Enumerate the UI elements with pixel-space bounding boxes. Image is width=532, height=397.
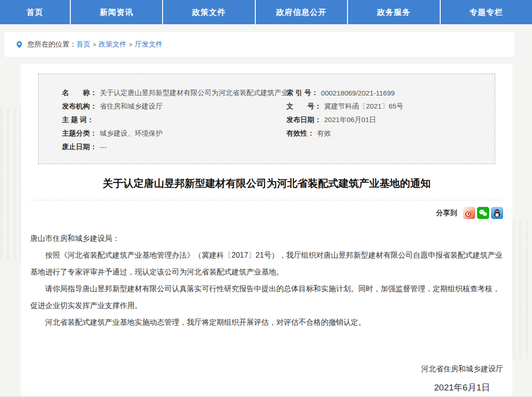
- breadcrumb-link-home[interactable]: 首页: [76, 40, 90, 49]
- meta-row-repeal-date: 废止日期： ---: [62, 140, 286, 154]
- nav-item-home[interactable]: 首页: [0, 0, 70, 24]
- title-divider: [30, 200, 503, 200]
- signature-block: 河北省住房和城乡建设厅 2021年6月1日: [421, 364, 503, 394]
- document-body: 唐山市住房和城乡建设局： 按照《河北省装配式建筑产业基地管理办法》（冀建科〔20…: [30, 230, 503, 331]
- paragraph-1: 按照《河北省装配式建筑产业基地管理办法》（冀建科〔2017〕21号），我厅组织对…: [30, 247, 503, 281]
- weibo-share-icon[interactable]: [463, 207, 475, 219]
- meta-label: 文 号：: [286, 102, 321, 111]
- meta-value: 2021年06月01日: [324, 116, 376, 124]
- breadcrumb-separator: >: [93, 41, 96, 48]
- nav-item-news[interactable]: 新闻资讯: [71, 0, 162, 24]
- paragraph-2: 请你局指导唐山昱邦新型建材有限公司认真落实可行性研究报告中提出的总体目标和实施计…: [30, 281, 503, 314]
- page-title: 关于认定唐山昱邦新型建材有限公司为河北省装配式建筑产业基地的通知: [30, 177, 503, 191]
- meta-row-name: 名 称： 关于认定唐山昱邦新型建材有限公司为河北省装配式建筑产业基...: [62, 86, 286, 100]
- meta-value: 城乡建设、环境保护: [100, 129, 163, 138]
- meta-value: 000218069/2021-11699: [321, 89, 395, 97]
- meta-row-publish-date: 发布日期： 2021年06月01日: [286, 113, 485, 127]
- breadcrumb: 您所在的位置： 首页 > 政策文件 > 厅发文件: [5, 32, 515, 57]
- nav-item-policy[interactable]: 政策文件: [163, 0, 254, 24]
- nav-item-services[interactable]: 政务服务: [348, 0, 439, 24]
- main-panel: 名 称： 关于认定唐山昱邦新型建材有限公司为河北省装配式建筑产业基... 发布机…: [21, 64, 512, 397]
- wechat-share-icon[interactable]: [477, 207, 489, 219]
- meta-row-subject-words: 主 题 词：: [62, 113, 286, 127]
- meta-value: 关于认定唐山昱邦新型建材有限公司为河北省装配式建筑产业基...: [100, 89, 286, 97]
- meta-label: 发布日期：: [286, 116, 321, 124]
- signature-date: 2021年6月1日: [421, 382, 503, 394]
- meta-label: 主题分类：: [62, 129, 97, 138]
- meta-row-doc-no: 文 号： 冀建节科函〔2021〕65号: [286, 100, 485, 113]
- meta-value: 有效: [317, 129, 331, 138]
- qq-share-icon[interactable]: [491, 207, 503, 219]
- signature-name: 河北省住房和城乡建设厅: [421, 364, 503, 374]
- document-metadata-box: 名 称： 关于认定唐山昱邦新型建材有限公司为河北省装配式建筑产业基... 发布机…: [38, 74, 495, 164]
- meta-label: 发布机构：: [62, 102, 97, 111]
- building-watermark-left: [0, 107, 21, 261]
- location-pin-icon: [15, 40, 23, 50]
- meta-value: 省住房和城乡建设厅: [100, 102, 163, 111]
- meta-row-category: 主题分类： 城乡建设、环境保护: [62, 127, 286, 140]
- meta-label: 废止日期：: [62, 143, 97, 151]
- meta-label: 有效性：: [286, 129, 314, 138]
- meta-label: 名 称：: [62, 89, 97, 97]
- breadcrumb-separator: >: [129, 41, 133, 48]
- breadcrumb-prefix: 您所在的位置：: [27, 40, 76, 49]
- meta-label: 主 题 词：: [62, 116, 94, 124]
- meta-row-validity: 有效性： 有效: [286, 127, 485, 140]
- breadcrumb-link-dept-docs[interactable]: 厅发文件: [135, 40, 163, 49]
- share-row: 分享到: [30, 207, 503, 219]
- meta-label: 索 引 号：: [286, 89, 318, 97]
- meta-value: 冀建节科函〔2021〕65号: [324, 102, 403, 111]
- nav-item-gov-info[interactable]: 政府信息公开: [256, 0, 347, 24]
- salutation: 唐山市住房和城乡建设局：: [30, 230, 503, 247]
- building-watermark-right: [512, 219, 532, 359]
- meta-value: ---: [100, 143, 107, 151]
- nav-item-specials[interactable]: 专题专栏: [441, 0, 532, 24]
- meta-row-index-no: 索 引 号： 000218069/2021-11699: [286, 86, 485, 100]
- meta-row-issuer: 发布机构： 省住房和城乡建设厅: [62, 100, 286, 113]
- top-navigation: 首页 新闻资讯 政策文件 政府信息公开 政务服务 专题专栏: [0, 0, 532, 24]
- share-label: 分享到: [436, 209, 457, 218]
- paragraph-3: 河北省装配式建筑产业基地实施动态管理，我厅将定期组织开展评估，对评估不合格的撤销…: [30, 314, 503, 331]
- breadcrumb-link-policy[interactable]: 政策文件: [99, 40, 127, 49]
